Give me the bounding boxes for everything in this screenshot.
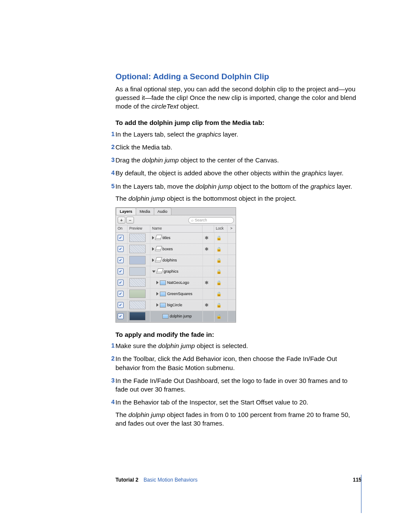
group-icon <box>156 258 161 262</box>
proc1-step-2: 2 Click the Media tab. <box>115 143 361 152</box>
disclosure-triangle-icon[interactable] <box>156 292 159 296</box>
disclosure-triangle-icon[interactable] <box>152 247 154 251</box>
effects-gear-icon[interactable]: ✱ <box>205 302 209 308</box>
layer-name: bigCircle <box>167 302 182 308</box>
effects-gear-icon[interactable]: ✱ <box>205 246 209 252</box>
layer-name: dolphin jump <box>170 314 192 319</box>
step-number: 1 <box>109 342 115 350</box>
proc2-step-2: 2 In the Toolbar, click the Add Behavior… <box>115 355 361 372</box>
column-headers: On Preview Name Lock > <box>116 225 236 232</box>
col-on[interactable]: On <box>116 225 128 232</box>
col-lock[interactable]: Lock <box>214 225 227 232</box>
remove-button[interactable]: – <box>126 217 134 224</box>
intro-em: circleText <box>151 103 178 110</box>
text: By default, the object is added above th… <box>115 169 302 177</box>
col-effects[interactable] <box>202 225 214 232</box>
text: In the Toolbar, click the Add Behavior i… <box>115 355 361 372</box>
layer-row[interactable]: NatGeoLogo✱🔒 <box>116 277 236 289</box>
text: object to the center of the Canvas. <box>179 156 279 164</box>
step-number: 2 <box>109 355 115 363</box>
search-icon: ⌕ <box>191 218 193 223</box>
lock-icon[interactable]: 🔒 <box>216 314 221 320</box>
layer-name: dolphins <box>162 258 177 263</box>
layer-row[interactable]: titles✱🔒 <box>116 233 236 244</box>
preview-thumbnail <box>129 301 146 309</box>
layer-row[interactable]: bigCircle✱🔒 <box>116 300 236 311</box>
proc1-step-3: 3 Drag the dolphin jump object to the ce… <box>115 156 361 165</box>
text: object to the bottom of the <box>232 183 311 190</box>
layer-row[interactable]: GreenSquares🔒 <box>116 289 236 300</box>
group-icon <box>156 247 161 251</box>
text: In the Fade In/Fade Out Dashboard, set t… <box>115 376 361 394</box>
add-button[interactable]: + <box>118 217 125 224</box>
proc1-step-4: 4 By default, the object is added above … <box>115 169 361 177</box>
disclosure-triangle-icon[interactable] <box>156 303 159 307</box>
page-footer: Tutorial 2 Basic Motion Behaviors 115 <box>115 476 361 483</box>
preview-thumbnail <box>129 256 146 264</box>
visibility-checkbox[interactable] <box>118 291 124 297</box>
media-icon <box>160 303 166 308</box>
disclosure-triangle-icon[interactable] <box>152 271 156 273</box>
col-name[interactable]: Name <box>150 225 202 232</box>
visibility-checkbox[interactable] <box>118 313 124 319</box>
visibility-checkbox[interactable] <box>118 268 124 274</box>
col-preview[interactable]: Preview <box>128 225 150 232</box>
disclosure-triangle-icon[interactable] <box>156 281 159 284</box>
text: In the Layers tab, select the <box>115 131 196 138</box>
lock-icon[interactable]: 🔒 <box>216 291 221 297</box>
media-icon <box>160 280 166 285</box>
step-number: 2 <box>109 143 115 151</box>
lock-icon[interactable]: 🔒 <box>216 246 221 252</box>
text: layer. <box>221 131 238 138</box>
em: dolphin jump <box>196 183 232 190</box>
visibility-checkbox[interactable] <box>118 280 124 286</box>
lock-icon[interactable]: 🔒 <box>216 280 221 286</box>
layer-name: NatGeoLogo <box>167 280 189 285</box>
section-heading: Optional: Adding a Second Dolphin Clip <box>115 71 361 82</box>
visibility-checkbox[interactable] <box>118 246 124 252</box>
layer-row[interactable]: dolphin jump🔒 <box>116 311 236 322</box>
em: dolphin jump <box>142 156 179 164</box>
layer-row[interactable]: graphics🔒 <box>116 266 236 277</box>
proc1-step-5: 5 In the Layers tab, move the dolphin ju… <box>115 182 361 203</box>
search-placeholder: Search <box>195 218 207 223</box>
text: layer. <box>335 183 352 190</box>
col-extra[interactable]: > <box>227 225 236 232</box>
effects-gear-icon[interactable]: ✱ <box>205 235 209 241</box>
text: Click the Media tab. <box>115 143 361 152</box>
text: The <box>115 411 128 418</box>
disclosure-triangle-icon[interactable] <box>152 236 154 240</box>
visibility-checkbox[interactable] <box>118 257 124 263</box>
tab-layers[interactable]: Layers <box>116 208 136 215</box>
layer-name: titles <box>162 235 171 240</box>
search-field[interactable]: ⌕ Search <box>188 217 234 224</box>
tab-media[interactable]: Media <box>136 208 154 215</box>
lock-icon[interactable]: 🔒 <box>216 258 221 264</box>
effects-gear-icon[interactable]: ✱ <box>205 280 209 286</box>
layer-row[interactable]: boxes✱🔒 <box>116 244 236 255</box>
group-icon <box>157 269 162 274</box>
em: graphics <box>311 183 335 190</box>
layer-name: graphics <box>164 269 178 274</box>
visibility-checkbox[interactable] <box>118 235 124 241</box>
tab-audio[interactable]: Audio <box>154 208 171 215</box>
text: object is the bottommost object in the p… <box>165 195 296 202</box>
lock-icon[interactable]: 🔒 <box>216 269 221 275</box>
preview-thumbnail <box>129 233 146 242</box>
proc2-step-1: 1 Make sure the dolphin jump object is s… <box>115 342 361 350</box>
layer-row[interactable]: dolphins🔒 <box>116 255 236 266</box>
footer-chapter: Basic Motion Behaviors <box>143 476 197 483</box>
disclosure-triangle-icon[interactable] <box>152 258 154 262</box>
text: Drag the <box>115 156 142 164</box>
step-number: 3 <box>109 156 115 164</box>
text: object is selected. <box>195 342 248 349</box>
preview-thumbnail <box>129 289 146 298</box>
em: graphics <box>196 131 221 138</box>
lock-icon[interactable]: 🔒 <box>216 235 221 241</box>
preview-thumbnail <box>129 278 146 287</box>
preview-thumbnail <box>129 245 146 253</box>
text: The <box>115 195 128 202</box>
group-icon <box>156 236 161 240</box>
visibility-checkbox[interactable] <box>118 302 124 308</box>
lock-icon[interactable]: 🔒 <box>216 302 221 308</box>
